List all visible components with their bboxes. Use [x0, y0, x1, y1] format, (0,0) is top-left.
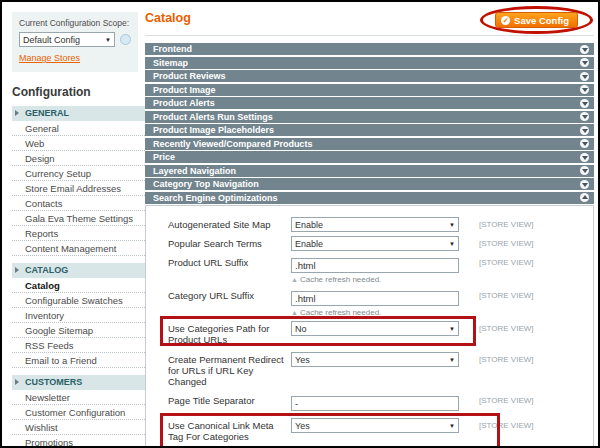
sidebar-item-configurable-swatches[interactable]: Configurable Swatches: [12, 293, 145, 308]
save-config-button[interactable]: ✓ Save Config: [495, 12, 578, 28]
main-content: Catalog ✓ Save Config Frontend Sitemap P…: [145, 8, 594, 448]
use-categories-path-select[interactable]: No▼: [291, 321, 459, 336]
sidebar-item-promotions[interactable]: Promotions: [12, 435, 145, 448]
chevron-down-icon: ▼: [449, 357, 455, 363]
sidebar-item-wishlist[interactable]: Wishlist: [12, 420, 145, 435]
field-label: Popular Search Terms: [168, 236, 291, 249]
sidebar-item-rss-feeds[interactable]: RSS Feeds: [12, 338, 145, 353]
permanent-redirect-select[interactable]: Yes▼: [291, 352, 459, 367]
section-category-top-navigation[interactable]: Category Top Navigation: [145, 178, 594, 190]
scope-badge: [STORE VIEW]: [479, 255, 534, 267]
chevron-down-icon[interactable]: [580, 126, 589, 135]
chevron-down-icon[interactable]: [580, 180, 589, 189]
field-label: Page Title Separator: [168, 393, 291, 406]
scope-select-value: Default Config: [23, 35, 80, 45]
field-label: Autogenerated Site Map: [168, 217, 291, 230]
sidebar-item-currency-setup[interactable]: Currency Setup: [12, 166, 145, 181]
scope-select[interactable]: Default Config ▼: [19, 32, 115, 47]
scope-badge: [STORE VIEW]: [479, 321, 534, 333]
page-title-separator-input[interactable]: [291, 396, 459, 411]
section-sitemap[interactable]: Sitemap: [145, 57, 594, 69]
arrow-right-icon: [15, 267, 19, 273]
section-frontend[interactable]: Frontend: [145, 43, 594, 55]
nav-section-general[interactable]: GENERAL: [12, 106, 145, 121]
chevron-down-icon: ▼: [449, 241, 455, 247]
chevron-down-icon[interactable]: [580, 45, 589, 54]
section-product-reviews[interactable]: Product Reviews: [145, 70, 594, 82]
sidebar-item-general[interactable]: General: [12, 121, 145, 136]
chevron-down-icon: ▼: [449, 423, 455, 429]
chevron-down-icon[interactable]: [580, 99, 589, 108]
seo-settings-panel: Autogenerated Site Map Enable▼ [STORE VI…: [145, 205, 594, 448]
manage-stores-link[interactable]: Manage Stores: [19, 53, 80, 63]
sidebar-item-reports[interactable]: Reports: [12, 226, 145, 241]
configuration-scope-box: Current Configuration Scope: Default Con…: [12, 12, 138, 72]
arrow-right-icon: [15, 379, 19, 385]
chevron-down-icon[interactable]: [580, 85, 589, 94]
section-product-image-placeholders[interactable]: Product Image Placeholders: [145, 124, 594, 136]
sidebar-item-gala-eva-theme-settings[interactable]: Gala Eva Theme Settings: [12, 211, 145, 226]
check-icon: ✓: [501, 16, 510, 25]
field-label: Use Categories Path for Product URLs: [168, 321, 291, 345]
section-recently-viewed-compared[interactable]: Recently Viewed/Compared Products: [145, 138, 594, 150]
scope-label: Current Configuration Scope:: [19, 18, 132, 28]
popular-search-terms-select[interactable]: Enable▼: [291, 236, 459, 251]
nav-section-catalog[interactable]: CATALOG: [12, 263, 145, 278]
arrow-right-icon: [15, 110, 19, 116]
sidebar-item-email-to-a-friend[interactable]: Email to a Friend: [12, 353, 145, 368]
section-price[interactable]: Price: [145, 151, 594, 163]
autogenerated-site-map-select[interactable]: Enable▼: [291, 217, 459, 232]
scope-badge: [STORE VIEW]: [479, 236, 534, 248]
sidebar: Current Configuration Scope: Default Con…: [12, 12, 145, 448]
sidebar-item-web[interactable]: Web: [12, 136, 145, 151]
category-url-suffix-input[interactable]: [291, 291, 459, 306]
highlight-group-categories-path: Use Categories Path for Product URLs No▼…: [168, 321, 585, 345]
canonical-categories-select[interactable]: Yes▼: [291, 418, 459, 433]
chevron-down-icon[interactable]: [580, 139, 589, 148]
page-title: Catalog: [145, 11, 191, 25]
scope-badge: [STORE VIEW]: [479, 352, 534, 364]
sidebar-title: Configuration: [12, 85, 145, 99]
sidebar-item-newsletter[interactable]: Newsletter: [12, 390, 145, 405]
caution-icon: ▲: [291, 309, 298, 316]
form-row-autogenerated-site-map: Autogenerated Site Map Enable▼ [STORE VI…: [168, 217, 585, 232]
sidebar-item-content-management[interactable]: Content Management: [12, 241, 145, 256]
sidebar-item-contacts[interactable]: Contacts: [12, 196, 145, 211]
cache-refresh-note: ▲Cache refresh needed.: [291, 308, 459, 317]
form-row-canonical-categories: Use Canonical Link Meta Tag For Categori…: [168, 418, 585, 442]
form-row-popular-search-terms: Popular Search Terms Enable▼ [STORE VIEW…: [168, 236, 585, 251]
chevron-down-icon[interactable]: [580, 153, 589, 162]
chevron-up-icon[interactable]: [580, 193, 589, 202]
chevron-down-icon[interactable]: [580, 166, 589, 175]
section-product-alerts-run-settings[interactable]: Product Alerts Run Settings: [145, 111, 594, 123]
field-label: Create Permanent Redirect for URLs if UR…: [168, 352, 291, 387]
chevron-down-icon: ▼: [105, 37, 111, 43]
chevron-down-icon: ▼: [449, 222, 455, 228]
scope-badge: [STORE VIEW]: [479, 393, 534, 405]
sidebar-item-design[interactable]: Design: [12, 151, 145, 166]
form-row-permanent-redirect: Create Permanent Redirect for URLs if UR…: [168, 352, 585, 387]
magento-config-page: Current Configuration Scope: Default Con…: [0, 0, 600, 448]
highlight-group-canonical: Use Canonical Link Meta Tag For Categori…: [168, 418, 585, 448]
sidebar-item-catalog[interactable]: Catalog: [12, 278, 145, 293]
sidebar-item-customer-configuration[interactable]: Customer Configuration: [12, 405, 145, 420]
sidebar-item-google-sitemap[interactable]: Google Sitemap: [12, 323, 145, 338]
sidebar-item-store-email-addresses[interactable]: Store Email Addresses: [12, 181, 145, 196]
chevron-down-icon[interactable]: [580, 58, 589, 67]
field-label: Category URL Suffix: [168, 288, 291, 301]
section-layered-navigation[interactable]: Layered Navigation: [145, 165, 594, 177]
section-product-alerts[interactable]: Product Alerts: [145, 97, 594, 109]
chevron-down-icon[interactable]: [580, 72, 589, 81]
chevron-down-icon: ▼: [449, 326, 455, 332]
form-row-use-categories-path: Use Categories Path for Product URLs No▼…: [168, 321, 585, 345]
caution-icon: ▲: [291, 276, 298, 283]
sidebar-item-inventory[interactable]: Inventory: [12, 308, 145, 323]
section-search-engine-optimizations[interactable]: Search Engine Optimizations: [145, 192, 594, 204]
nav-section-customers[interactable]: CUSTOMERS: [12, 375, 145, 390]
product-url-suffix-input[interactable]: [291, 258, 459, 273]
form-row-product-url-suffix: Product URL Suffix ▲Cache refresh needed…: [168, 255, 585, 284]
chevron-down-icon[interactable]: [580, 112, 589, 121]
form-row-category-url-suffix: Category URL Suffix ▲Cache refresh neede…: [168, 288, 585, 317]
cache-refresh-note: ▲Cache refresh needed.: [291, 275, 459, 284]
section-product-image[interactable]: Product Image: [145, 84, 594, 96]
